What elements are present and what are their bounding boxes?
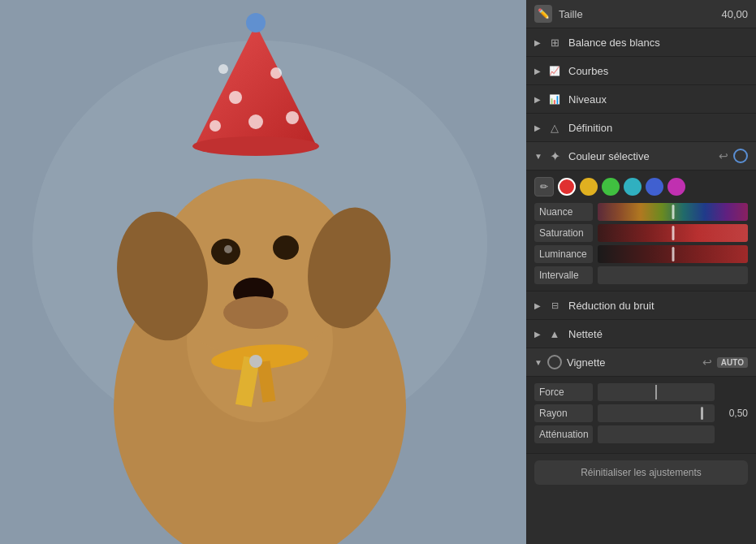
svg-point-18 (286, 111, 299, 124)
color-swatch-green[interactable] (602, 178, 620, 196)
svg-point-8 (273, 235, 299, 260)
nuance-label: Nuance (534, 203, 593, 221)
chevron-right-icon: ▶ (534, 95, 542, 104)
intervalle-slider[interactable] (598, 266, 748, 284)
rayon-slider-row: Rayon 0,50 (534, 404, 748, 422)
svg-point-17 (210, 120, 221, 132)
tool-value: 40,00 (721, 8, 748, 20)
section-row-definition[interactable]: ▶ △ Définition (526, 114, 756, 142)
saturation-slider[interactable] (598, 224, 748, 242)
intervalle-row: Intervalle (534, 266, 748, 284)
force-label: Force (534, 383, 593, 401)
color-swatch-magenta[interactable] (667, 178, 685, 196)
courbes-label: Courbes (568, 65, 748, 77)
reset-button[interactable]: Réinitialiser les ajustements (534, 460, 748, 485)
section-row-vignette[interactable]: ▼ Vignette ↩ AUTO (526, 348, 756, 377)
selective-color-body: ✏ Nuance Saturation Luminance (526, 171, 756, 291)
selective-color-actions: ↩ (719, 149, 748, 163)
chevron-down-icon: ▼ (534, 152, 542, 161)
nuance-handle[interactable] (672, 205, 674, 219)
saturation-slider-row: Saturation (534, 224, 748, 242)
courbes-icon: 📈 (547, 63, 562, 78)
nettete-label: Netteté (568, 328, 748, 340)
section-row-nettete[interactable]: ▶ ▲ Netteté (526, 320, 756, 348)
chevron-right-icon: ▶ (534, 123, 542, 132)
nuance-slider-row: Nuance (534, 203, 748, 221)
vignette-label: Vignette (567, 356, 702, 369)
intervalle-label: Intervalle (534, 266, 593, 284)
attenuation-label: Atténuation (534, 425, 593, 443)
svg-point-21 (246, 13, 266, 32)
chevron-right-icon: ▶ (534, 301, 542, 310)
reduction-bruit-label: Réduction du bruit (568, 300, 748, 312)
section-row-courbes[interactable]: ▶ 📈 Courbes (526, 57, 756, 85)
pencil-icon[interactable]: ✏️ (534, 5, 552, 23)
niveaux-label: Niveaux (568, 93, 748, 106)
svg-point-16 (248, 114, 263, 129)
rayon-handle (701, 407, 703, 420)
svg-point-14 (229, 91, 242, 104)
saturation-label: Saturation (534, 224, 593, 242)
rayon-label: Rayon (534, 404, 593, 422)
vignette-toggle[interactable] (547, 355, 562, 369)
chevron-right-icon: ▶ (534, 330, 542, 339)
balance-icon: ⊞ (547, 35, 562, 50)
svg-point-20 (192, 136, 319, 156)
tool-row[interactable]: ✏️ Taille 40,00 (526, 0, 756, 28)
svg-point-11 (223, 296, 288, 329)
svg-point-25 (249, 355, 262, 368)
chevron-right-icon: ▶ (534, 67, 542, 76)
rayon-value: 0,50 (719, 408, 748, 419)
section-row-reduction-bruit[interactable]: ▶ ⊟ Réduction du bruit (526, 291, 756, 320)
color-swatch-yellow[interactable] (580, 178, 598, 196)
saturation-handle[interactable] (672, 226, 674, 240)
vignette-body: Force Rayon 0,50 Atténuation (526, 377, 756, 454)
svg-point-15 (270, 67, 282, 79)
color-swatch-cyan[interactable] (624, 178, 642, 196)
force-slider-row: Force (534, 383, 748, 401)
nuance-slider[interactable] (598, 203, 748, 221)
attenuation-slider[interactable] (598, 425, 715, 443)
attenuation-slider-row: Atténuation (534, 425, 748, 443)
vignette-undo-icon[interactable]: ↩ (702, 356, 712, 369)
auto-badge[interactable]: AUTO (717, 357, 748, 368)
nettete-icon: ▲ (547, 326, 562, 341)
vignette-actions: ↩ AUTO (702, 356, 748, 369)
svg-point-9 (224, 245, 232, 253)
force-slider[interactable] (598, 383, 715, 401)
reduction-bruit-icon: ⊟ (547, 298, 562, 313)
force-center-line (655, 385, 657, 399)
rayon-slider[interactable] (598, 404, 715, 422)
chevron-right-icon: ▶ (534, 38, 542, 47)
dog-photo (0, 0, 526, 544)
svg-point-19 (218, 64, 228, 74)
tool-label: Taille (559, 8, 715, 20)
luminance-slider[interactable] (598, 245, 748, 263)
eyedropper-button[interactable]: ✏ (534, 177, 554, 196)
definition-icon: △ (547, 120, 562, 135)
section-row-balance-blancs[interactable]: ▶ ⊞ Balance des blancs (526, 28, 756, 57)
couleur-selective-label: Couleur sélective (568, 150, 719, 162)
niveaux-icon: 📊 (547, 92, 562, 106)
color-swatch-blue[interactable] (646, 178, 663, 196)
photo-area (0, 0, 526, 544)
right-panel: ✏️ Taille 40,00 ▶ ⊞ Balance des blancs ▶… (526, 0, 756, 544)
color-swatches-row: ✏ (534, 177, 748, 196)
section-row-niveaux[interactable]: ▶ 📊 Niveaux (526, 85, 756, 114)
luminance-label: Luminance (534, 245, 593, 263)
chevron-down-icon: ▼ (534, 358, 542, 367)
couleur-selective-icon: ✦ (547, 149, 562, 163)
balance-blancs-label: Balance des blancs (568, 37, 748, 49)
luminance-slider-row: Luminance (534, 245, 748, 263)
dog-illustration (0, 0, 526, 544)
section-row-couleur-selective[interactable]: ▼ ✦ Couleur sélective ↩ (526, 142, 756, 171)
luminance-handle[interactable] (672, 247, 674, 261)
undo-icon[interactable]: ↩ (719, 149, 728, 162)
circle-toggle[interactable] (733, 149, 748, 163)
color-swatch-red[interactable] (558, 178, 576, 196)
definition-label: Définition (568, 122, 748, 134)
